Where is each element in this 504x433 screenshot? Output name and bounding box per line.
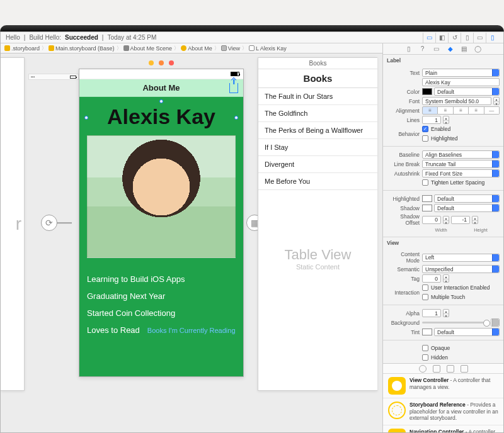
- toggle-assistant-editor-icon[interactable]: ◧: [435, 33, 448, 43]
- profile-photo[interactable]: [87, 135, 236, 258]
- storyboard-canvas[interactable]: r ••• ⟳ About Me Alexis Kay Learning to …: [1, 53, 382, 432]
- share-icon[interactable]: [229, 83, 238, 93]
- drawing-checkbox[interactable]: [422, 345, 428, 351]
- toggle-navigator-icon[interactable]: ▯: [461, 33, 473, 43]
- crumb-4[interactable]: View: [228, 45, 240, 52]
- book-row[interactable]: The Goldfinch: [258, 105, 377, 122]
- crumb-2[interactable]: About Me Scene: [130, 45, 173, 52]
- alpha-stepper[interactable]: ▲▼: [443, 309, 449, 317]
- crumb-3[interactable]: About Me: [188, 45, 212, 52]
- crumb-5[interactable]: L Alexis Kay: [256, 45, 287, 52]
- shadow-swatch[interactable]: [422, 205, 432, 211]
- size-inspector-tab-icon[interactable]: ▤: [460, 45, 469, 53]
- tint-swatch[interactable]: [422, 329, 432, 335]
- text-value-field[interactable]: Alexis Kay: [422, 78, 500, 86]
- lines-field[interactable]: 1: [422, 116, 441, 124]
- quick-help-tab-icon[interactable]: ?: [418, 45, 427, 53]
- library-item[interactable]: Storyboard Reference - Provides a placeh…: [383, 398, 503, 425]
- about-me-header-title: About Me: [142, 83, 180, 93]
- text-style-dropdown[interactable]: Plain: [422, 69, 500, 77]
- crumb-1[interactable]: Main.storyboard (Base): [55, 45, 115, 52]
- alignment-segmented[interactable]: ≡≡≡≡—: [422, 106, 500, 115]
- baseline-dropdown[interactable]: Align Baselines: [422, 150, 500, 159]
- books-nav-small: Books: [258, 58, 377, 69]
- shadow-height-stepper[interactable]: ▲▼: [472, 216, 478, 224]
- shadow-height[interactable]: -1: [451, 216, 470, 224]
- lines-stepper[interactable]: ▲▼: [443, 116, 449, 124]
- xcode-status-bar: Hello | Build Hello: Succeeded | Today a…: [1, 32, 503, 43]
- library-item[interactable]: Navigation Controller - A controller tha…: [383, 425, 503, 432]
- shadow-width-stepper[interactable]: ▲▼: [443, 216, 449, 224]
- behavior-enabled-label: Enabled: [431, 126, 450, 132]
- color-dropdown[interactable]: Default: [434, 87, 500, 96]
- font-stepper[interactable]: ▲▼: [493, 97, 500, 105]
- label-section-heading: Label: [387, 57, 503, 64]
- book-row[interactable]: The Perks of Being a Wallflower: [258, 122, 377, 139]
- tableview-placeholder-subtitle: Static Content: [258, 263, 377, 271]
- tag-field[interactable]: 0: [422, 274, 441, 283]
- tag-stepper[interactable]: ▲▼: [443, 274, 449, 283]
- project-name: Hello: [6, 34, 20, 41]
- book-row[interactable]: Divergent: [258, 156, 377, 173]
- crumb-0[interactable]: .storyboard: [11, 45, 40, 52]
- build-status: Succeeded: [65, 34, 98, 41]
- library-item-icon: [388, 402, 406, 419]
- identity-inspector-tab-icon[interactable]: ▭: [432, 45, 441, 53]
- behavior-highlighted-label: Highlighted: [431, 135, 458, 142]
- linebreak-dropdown[interactable]: Truncate Tail: [422, 160, 500, 168]
- tighten-label: Tighten Letter Spacing: [431, 179, 484, 186]
- behavior-enabled-checkbox[interactable]: [422, 126, 428, 132]
- toggle-version-editor-icon[interactable]: ↺: [448, 33, 461, 43]
- multitouch-checkbox[interactable]: [422, 294, 428, 300]
- toggle-debug-icon[interactable]: ▭: [473, 33, 486, 43]
- drawing-checkbox[interactable]: [422, 354, 428, 361]
- jump-bar[interactable]: .storyboard 〉 Main.storyboard (Base) 〉 A…: [1, 43, 382, 53]
- tighten-checkbox[interactable]: [422, 179, 428, 186]
- left-scene-peek[interactable]: r: [1, 57, 25, 391]
- color-swatch[interactable]: [422, 88, 432, 95]
- content-mode-dropdown[interactable]: Left: [422, 254, 500, 262]
- about-me-row: Loves to ReadBooks I'm Currently Reading: [87, 322, 236, 339]
- book-row[interactable]: The Fault in Our Stars: [258, 88, 377, 105]
- build-time: Today at 4:25 PM: [107, 34, 156, 41]
- segue-left-icon[interactable]: ⟳: [41, 215, 57, 231]
- left-phone-statusbar: •••: [28, 74, 79, 80]
- drawing-label: Hidden: [431, 354, 448, 361]
- semantic-dropdown[interactable]: Unspecified: [422, 265, 500, 273]
- about-me-row: Learning to Build iOS Apps: [87, 271, 236, 288]
- title-text: Alexis Kay: [107, 104, 215, 128]
- background-slider[interactable]: [422, 322, 489, 323]
- autoshrink-dropdown[interactable]: Fixed Font Size: [422, 169, 500, 177]
- selected-title-label[interactable]: Alexis Kay: [87, 104, 236, 129]
- shadow-width[interactable]: 0: [422, 216, 441, 224]
- tint-dropdown[interactable]: Default: [434, 328, 500, 336]
- library-item[interactable]: View Controller - A controller that mana…: [383, 374, 503, 398]
- book-row[interactable]: If I Stay: [258, 139, 377, 156]
- attributes-inspector-tab-icon[interactable]: ◆: [446, 45, 455, 53]
- book-row[interactable]: Me Before You: [258, 173, 377, 190]
- library-tab-4-icon[interactable]: [461, 365, 468, 373]
- object-library: View Controller - A controller that mana…: [383, 363, 503, 432]
- behavior-highlighted-checkbox[interactable]: [422, 135, 428, 142]
- background-dropdown[interactable]: [491, 318, 500, 327]
- toggle-standard-editor-icon[interactable]: ▭: [423, 33, 435, 43]
- library-tab-2-icon[interactable]: [433, 365, 440, 373]
- connections-inspector-tab-icon[interactable]: ◯: [474, 45, 483, 53]
- library-tab-1-icon[interactable]: [419, 365, 427, 373]
- file-inspector-tab-icon[interactable]: ▯: [404, 45, 413, 53]
- user-interaction-label: User Interaction Enabled: [431, 284, 490, 291]
- shadow-dropdown[interactable]: Default: [434, 204, 500, 212]
- highlighted-swatch[interactable]: [422, 195, 432, 202]
- library-tab-3-icon[interactable]: [447, 365, 454, 373]
- width-sublabel: Width: [422, 227, 460, 233]
- toggle-utilities-icon[interactable]: ▯: [486, 33, 498, 43]
- user-interaction-checkbox[interactable]: [422, 284, 428, 291]
- highlighted-dropdown[interactable]: Default: [434, 194, 500, 203]
- alpha-field[interactable]: 1: [422, 309, 441, 317]
- font-field[interactable]: System Semibold 50.0: [422, 97, 491, 105]
- books-link[interactable]: Books I'm Currently Reading: [147, 327, 236, 334]
- books-scene[interactable]: Books Books The Fault in Our StarsThe Go…: [258, 57, 377, 391]
- about-me-scene[interactable]: About Me Alexis Kay Learning to Build iO…: [79, 69, 244, 377]
- tableview-placeholder: Table View Static Content: [258, 247, 377, 271]
- drawing-label: Opaque: [431, 345, 450, 351]
